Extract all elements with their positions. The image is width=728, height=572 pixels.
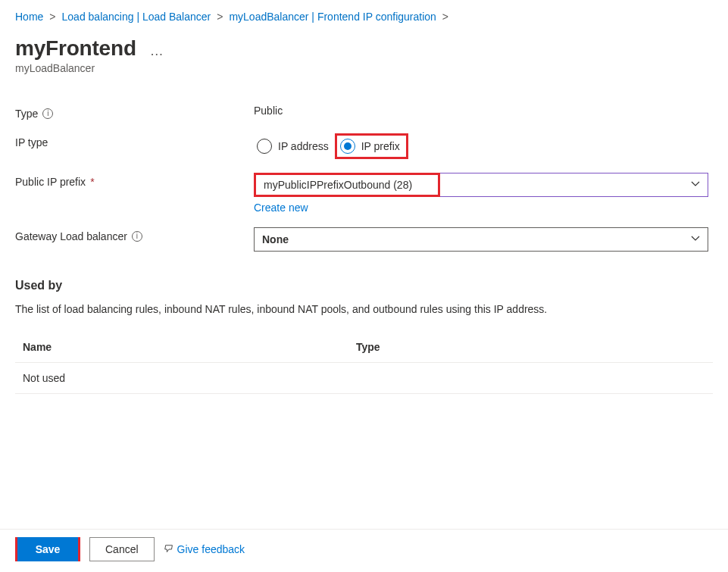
table-header: Name Type (15, 332, 713, 363)
public-ip-prefix-value: myPublicIPPrefixOutbound (28) (264, 179, 412, 191)
give-feedback-link[interactable]: Give feedback (164, 543, 245, 555)
cell-type (356, 372, 705, 384)
used-by-title: Used by (15, 279, 713, 292)
type-value: Public (254, 105, 713, 117)
gateway-lb-value: None (262, 233, 289, 245)
breadcrumb-frontend-ip[interactable]: myLoadBalancer | Frontend IP configurati… (229, 11, 436, 23)
more-actions-button[interactable]: … (150, 39, 165, 58)
chevron-right-icon: > (49, 11, 55, 23)
gateway-lb-label: Gateway Load balancer (15, 230, 127, 242)
form: Type i Public IP type IP address (15, 105, 713, 252)
cell-name: Not used (23, 372, 356, 384)
required-indicator: * (90, 176, 94, 188)
radio-ip-address[interactable]: IP address (254, 136, 335, 157)
public-ip-prefix-select[interactable]: myPublicIPPrefixOutbound (28) (254, 173, 708, 197)
chevron-right-icon: > (217, 11, 223, 23)
page-title: myFrontend (15, 36, 136, 61)
footer: Save Cancel Give feedback (0, 529, 728, 572)
page-subtitle: myLoadBalancer (15, 62, 713, 74)
radio-ip-prefix-label: IP prefix (361, 140, 400, 152)
ip-type-radio-group: IP address IP prefix (254, 133, 713, 159)
radio-ip-address-label: IP address (278, 140, 329, 152)
radio-ip-prefix[interactable]: IP prefix (337, 136, 406, 157)
feedback-icon (164, 544, 174, 555)
chevron-down-icon (691, 234, 700, 245)
used-by-description: The list of load balancing rules, inboun… (15, 303, 713, 315)
info-icon[interactable]: i (132, 231, 142, 242)
public-ip-prefix-label: Public IP prefix (15, 176, 86, 188)
cancel-button[interactable]: Cancel (89, 537, 155, 561)
column-name: Name (23, 341, 356, 353)
column-type: Type (356, 341, 705, 353)
used-by-table: Name Type Not used (15, 332, 713, 394)
breadcrumb: Home > Load balancing | Load Balancer > … (15, 11, 713, 23)
breadcrumb-load-balancing[interactable]: Load balancing | Load Balancer (62, 11, 211, 23)
radio-icon (340, 139, 355, 154)
chevron-down-icon (691, 179, 700, 191)
gateway-lb-select[interactable]: None (254, 227, 708, 252)
radio-icon (257, 139, 272, 154)
save-button-highlight: Save (15, 537, 80, 561)
chevron-right-icon: > (442, 11, 448, 23)
breadcrumb-home[interactable]: Home (15, 11, 43, 23)
save-button[interactable]: Save (17, 537, 78, 561)
create-new-link[interactable]: Create new (254, 202, 308, 214)
give-feedback-label: Give feedback (177, 543, 245, 555)
ip-type-label: IP type (15, 136, 48, 148)
table-row: Not used (15, 363, 713, 394)
info-icon[interactable]: i (42, 108, 53, 119)
type-label: Type (15, 108, 38, 120)
